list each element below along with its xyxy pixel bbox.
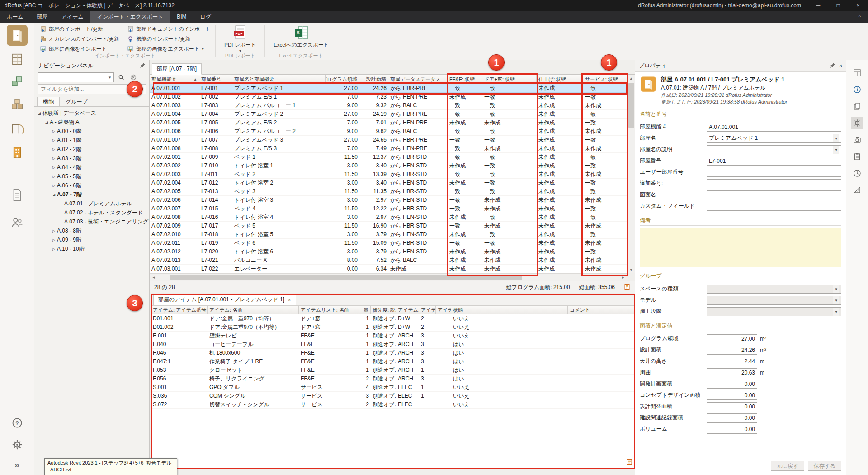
menu-tab-4[interactable]: BIM xyxy=(170,11,193,23)
field-value[interactable]: 0.00 xyxy=(707,402,757,411)
nav-tab-1[interactable]: グループ xyxy=(60,97,94,106)
field-value[interactable]: ▾ xyxy=(707,296,841,305)
column-header-4[interactable]: 設計面積 xyxy=(359,75,388,84)
field-value[interactable]: A.07.01.001 xyxy=(707,123,841,132)
column-header-2[interactable]: 部屋名と部屋概要 xyxy=(232,75,326,84)
room-row[interactable]: A.07.01.002L7-002プレミアム E/S 17.007.23から H… xyxy=(150,93,627,101)
room-row[interactable]: A.07.01.004L7-004プレミアムベッド 227.0024.19から … xyxy=(150,110,627,119)
scroll-up-icon[interactable]: ▲ xyxy=(627,75,635,82)
column-header-5[interactable]: 部屋データステータス xyxy=(388,75,448,84)
pdf-report-button[interactable]: PDF PDFレポート ▾ xyxy=(219,24,261,52)
tree-item[interactable]: ▷A.05 - 5階 xyxy=(34,172,149,181)
room-row[interactable]: A.07.01.007L7-007プレミアムベッド 327.0024.65から … xyxy=(150,136,627,144)
column-header-9[interactable]: サービス: 状態 xyxy=(583,75,627,84)
scroll-down-icon[interactable]: ▼ xyxy=(627,266,635,273)
item-row[interactable]: F.053クローゼットFF&E1別途オブ...ARCH1はい xyxy=(151,366,634,375)
item-row[interactable]: D01.002ドア:金属二重970（不均等）ドア+窓1別途オブ...D+W2いい… xyxy=(151,323,634,332)
ribbon-button-0[interactable]: 部屋のインポート/更新 xyxy=(38,24,121,34)
tree-expander-icon[interactable]: ▷ xyxy=(51,247,57,251)
column-header-3[interactable]: 量 xyxy=(357,305,371,314)
item-row[interactable]: F.040コーヒーテーブルFF&E1別途オブ...ARCH3はい xyxy=(151,340,634,349)
column-header-1[interactable]: アイテム: 名前 xyxy=(208,305,299,314)
rooms-vertical-scrollbar[interactable]: ▲ ▼ xyxy=(627,75,635,273)
room-row[interactable]: A.07.02.012L7-020トイレ付 浴室 63.003.79から HEN… xyxy=(150,247,627,256)
nav-tab-0[interactable]: 機能 xyxy=(37,97,60,106)
tree-item[interactable]: ▷A.08 - 8階 xyxy=(34,226,149,235)
tree-expander-icon[interactable]: ◢ xyxy=(36,111,42,115)
field-value[interactable]: 2.44 xyxy=(707,357,757,366)
tree-item[interactable]: ▷A.02 - 2階 xyxy=(34,145,149,154)
field-value[interactable]: ▾ xyxy=(707,285,841,294)
pin-icon[interactable] xyxy=(830,62,835,69)
tree-expander-icon[interactable]: ▷ xyxy=(51,157,57,161)
rooms-horizontal-scrollbar[interactable]: ◄ ► xyxy=(150,273,627,281)
documents-module-icon[interactable] xyxy=(7,185,28,204)
tree-item[interactable]: ▷A.03 - 3階 xyxy=(34,154,149,163)
field-value[interactable] xyxy=(707,202,841,211)
search-icon[interactable] xyxy=(116,72,126,82)
column-header-6[interactable]: アイテ... xyxy=(419,305,436,314)
room-row[interactable]: A.07.02.010L7-018トイレ付 浴室 53.003.79から HEN… xyxy=(150,230,627,239)
close-panel-icon[interactable]: × xyxy=(839,63,842,69)
search-input[interactable]: ▾ xyxy=(38,72,114,82)
clipboard-icon[interactable] xyxy=(851,150,863,163)
field-value[interactable]: 0.00 xyxy=(707,380,757,389)
layout-grid-icon[interactable] xyxy=(851,66,863,79)
field-value[interactable] xyxy=(707,168,841,177)
field-value[interactable]: 0.00 xyxy=(707,413,757,423)
column-header-9[interactable]: コメント xyxy=(568,305,636,314)
menu-tab-3[interactable]: インポート・エクスポート xyxy=(90,11,170,23)
column-header-2[interactable]: アイテムリスト: 名前 xyxy=(299,305,357,314)
room-row[interactable]: A.07.01.003L7-003プレミアム バルコニー 19.009.32から… xyxy=(150,101,627,110)
scrollbar-thumb[interactable] xyxy=(628,83,634,128)
undo-button[interactable]: 元に戻す xyxy=(771,461,804,471)
camera-icon[interactable] xyxy=(851,133,863,146)
item-row[interactable]: F.046机 1800x600FF&E1別途オブ...ARCH3はい xyxy=(151,349,634,357)
tree-item[interactable]: ▷A.09 - 9階 xyxy=(34,235,149,244)
scroll-left-icon[interactable]: ◄ xyxy=(150,274,158,281)
minimize-button[interactable]: ─ xyxy=(808,0,828,11)
item-row[interactable]: S.036COM シングルサービス3別途オブ...ELEC1いいえ xyxy=(151,392,634,400)
report-icon[interactable] xyxy=(624,284,630,291)
tree-expander-icon[interactable]: ▷ xyxy=(51,184,57,188)
ribbon-button-3[interactable]: 機能のインポート/更新 xyxy=(125,34,212,44)
room-row[interactable]: A.07.03.001L7-022エレベーター0.006.34未作成未作成未作成… xyxy=(150,265,627,273)
menu-tab-5[interactable]: ログ xyxy=(193,11,218,23)
copy-icon[interactable] xyxy=(851,100,863,113)
floors-module-icon[interactable] xyxy=(7,50,28,69)
column-header-8[interactable]: 状態 xyxy=(451,305,568,314)
room-row[interactable]: A.07.01.005L7-005プレミアム E/S 27.007.01から H… xyxy=(150,119,627,127)
room-row[interactable]: A.07.02.005L7-013ベッド 311.5011.35から HBR-S… xyxy=(150,187,627,196)
tree-expander-icon[interactable]: ▷ xyxy=(51,229,57,233)
remarks-note-field[interactable] xyxy=(640,228,841,267)
scroll-right-icon[interactable]: ► xyxy=(619,274,627,281)
tree-item[interactable]: ▷A.01 - 1階 xyxy=(34,136,149,145)
room-row[interactable]: A.07.02.002L7-010トイレ付 浴室 13.003.40から HEN… xyxy=(150,162,627,170)
rooms-module-icon[interactable] xyxy=(7,25,28,46)
clock-icon[interactable] xyxy=(851,167,863,180)
contacts-module-icon[interactable] xyxy=(7,213,28,232)
menu-tab-2[interactable]: アイテム xyxy=(55,11,90,23)
field-value[interactable]: 24.26 xyxy=(707,346,757,355)
close-button[interactable]: × xyxy=(848,0,868,11)
tree-item[interactable]: ▷A.04 - 4階 xyxy=(34,163,149,172)
field-value[interactable]: 0.00 xyxy=(707,391,757,400)
save-button[interactable]: 保存する xyxy=(808,461,841,471)
menu-tab-0[interactable]: ホーム xyxy=(0,11,30,23)
gear-icon[interactable] xyxy=(851,117,863,129)
item-row[interactable]: E.001壁掛テレビFF&E1別途オブ...ARCH3いいえ xyxy=(151,332,634,340)
tree-expander-icon[interactable]: ▷ xyxy=(51,138,57,142)
tab-room-items[interactable]: 部屋のアイテム [A.07.01.001 - プレミアムベッド 1] × xyxy=(153,294,296,305)
info-icon[interactable] xyxy=(851,83,863,96)
item-row[interactable]: S.001GPO ダブルサービス4別途オブ...ELEC1いいえ xyxy=(151,383,634,392)
maximize-button[interactable]: □ xyxy=(828,0,848,11)
ribbon-button-2[interactable]: オカレンスのインポート/更新 xyxy=(38,34,121,44)
tree-item[interactable]: A.07.02 - ホテル・スタンダード xyxy=(34,208,149,217)
field-value[interactable] xyxy=(707,190,841,200)
tree-expander-icon[interactable]: ▷ xyxy=(51,175,57,179)
tree-item[interactable]: ▷A.06 - 6階 xyxy=(34,181,149,190)
column-header-3[interactable]: プログラム領域 xyxy=(326,75,359,84)
room-row[interactable]: A.07.01.008L7-008プレミアム E/S 37.007.49から H… xyxy=(150,144,627,153)
collapse-ribbon-icon[interactable]: ^ xyxy=(859,11,861,23)
tree-expander-icon[interactable]: ◢ xyxy=(51,193,57,197)
